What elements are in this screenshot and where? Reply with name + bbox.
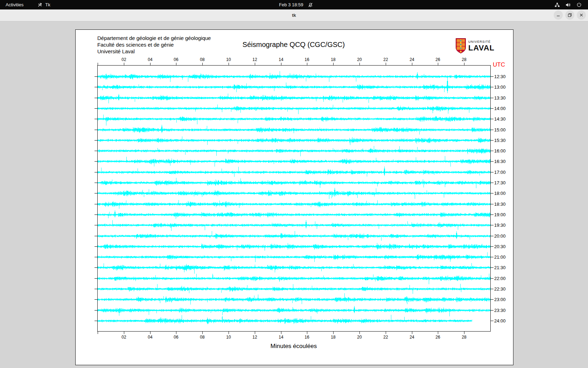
x-tick-top	[150, 63, 150, 66]
utc-time-label: 14:00	[494, 106, 506, 111]
utc-time-label: 17:00	[494, 170, 506, 175]
x-tick-label-bottom: 04	[148, 335, 152, 340]
utc-axis-label: UTC	[493, 61, 505, 68]
y-tick-right	[490, 151, 493, 151]
utc-time-label: 22:30	[494, 287, 506, 291]
y-tick-right	[490, 140, 493, 141]
x-tick-top	[124, 63, 124, 66]
x-tick-top	[255, 63, 255, 66]
x-tick-top	[412, 63, 412, 66]
focused-app-indicator[interactable]: Tk	[34, 0, 54, 9]
x-tick-bottom	[333, 331, 334, 334]
x-tick-bottom	[438, 331, 438, 334]
x-tick-label-bottom: 16	[304, 335, 309, 340]
universite-laval-logo: UNIVERSITÉ LAVAL	[455, 38, 495, 54]
x-tick-top	[281, 63, 281, 66]
x-tick-label-bottom: 12	[252, 335, 257, 340]
clock-label: Feb 3 18:59	[279, 2, 303, 7]
utc-time-label: 23:00	[494, 297, 506, 302]
utc-time-label: 19:00	[494, 212, 506, 217]
y-tick-left	[94, 119, 98, 119]
x-tick-top	[307, 63, 307, 66]
y-tick-left	[94, 193, 98, 193]
x-tick-bottom	[307, 331, 307, 334]
x-tick-label-top: 04	[148, 57, 152, 62]
x-tick-label-bottom: 10	[226, 335, 231, 340]
x-tick-label-bottom: 28	[462, 335, 466, 340]
x-tick-bottom	[464, 331, 464, 334]
y-tick-left	[94, 140, 98, 141]
maximize-button[interactable]	[565, 11, 574, 20]
y-tick-right	[490, 108, 493, 109]
window-titlebar[interactable]: tk	[0, 9, 588, 21]
x-axis-title: Minutes écoulées	[97, 343, 490, 350]
x-tick-label-top: 26	[435, 57, 440, 62]
x-tick-bottom	[150, 331, 150, 334]
x-tick-label-bottom: 02	[121, 335, 126, 340]
tk-app-icon	[37, 2, 43, 7]
minimize-icon	[556, 13, 560, 17]
y-tick-left	[94, 172, 98, 172]
institution-line-3: Université Laval	[97, 48, 211, 55]
y-tick-right	[490, 98, 493, 98]
x-tick-label-top: 12	[252, 57, 257, 62]
window-content: Département de géologie et de génie géol…	[0, 21, 588, 368]
utc-time-label: 24:00	[494, 319, 506, 323]
utc-time-label: 18:00	[494, 191, 506, 196]
y-tick-right	[490, 119, 493, 119]
x-tick-top	[98, 63, 98, 66]
y-tick-left	[94, 289, 98, 289]
y-tick-left	[94, 321, 98, 321]
y-tick-left	[94, 151, 98, 151]
y-tick-left	[94, 87, 98, 87]
minimize-button[interactable]	[554, 11, 563, 20]
y-tick-left	[94, 183, 98, 183]
system-status-area[interactable]	[554, 0, 588, 9]
utc-time-label: 17:30	[494, 180, 506, 185]
y-tick-left	[94, 310, 98, 311]
x-tick-label-top: 14	[279, 57, 283, 62]
utc-time-label: 21:00	[494, 255, 506, 259]
utc-time-label: 13:00	[494, 85, 506, 89]
y-tick-right	[490, 214, 493, 215]
x-tick-label-top: 22	[383, 57, 388, 62]
laval-shield-icon	[455, 38, 466, 54]
y-tick-right	[490, 321, 493, 321]
utc-time-label: 20:30	[494, 244, 506, 249]
y-tick-left	[94, 130, 98, 130]
x-tick-label-top: 16	[304, 57, 309, 62]
x-tick-label-bottom: 18	[331, 335, 335, 340]
logo-text-laval: LAVAL	[468, 44, 495, 52]
x-tick-bottom	[386, 331, 386, 334]
logo-text-universite: UNIVERSITÉ	[468, 40, 495, 43]
x-tick-bottom	[255, 331, 255, 334]
y-tick-right	[490, 278, 493, 279]
power-icon	[576, 2, 582, 7]
y-tick-left	[94, 225, 98, 225]
y-tick-left	[94, 214, 98, 215]
close-icon	[579, 13, 583, 17]
activities-button[interactable]: Activities	[0, 0, 29, 9]
utc-time-label: 14:30	[494, 117, 506, 121]
utc-time-label: 16:30	[494, 159, 506, 164]
y-tick-left	[94, 161, 98, 162]
y-tick-right	[490, 193, 493, 193]
x-tick-bottom	[229, 331, 229, 334]
y-tick-right	[490, 257, 493, 257]
clock-menu[interactable]: Feb 3 18:59	[279, 0, 313, 9]
utc-time-label: 18:30	[494, 202, 506, 206]
x-tick-bottom	[124, 331, 124, 334]
utc-time-label: 23:30	[494, 308, 506, 313]
window-title: tk	[0, 9, 588, 21]
utc-time-label: 21:30	[494, 265, 506, 270]
utc-time-label: 20:00	[494, 234, 506, 238]
y-tick-right	[490, 299, 493, 300]
x-tick-top	[176, 63, 176, 66]
utc-time-label: 15:00	[494, 128, 506, 132]
y-tick-left	[94, 76, 98, 77]
y-tick-left	[94, 204, 98, 204]
x-tick-top	[333, 63, 334, 66]
close-button[interactable]	[577, 11, 586, 20]
y-tick-right	[490, 161, 493, 162]
y-tick-right	[490, 76, 493, 77]
